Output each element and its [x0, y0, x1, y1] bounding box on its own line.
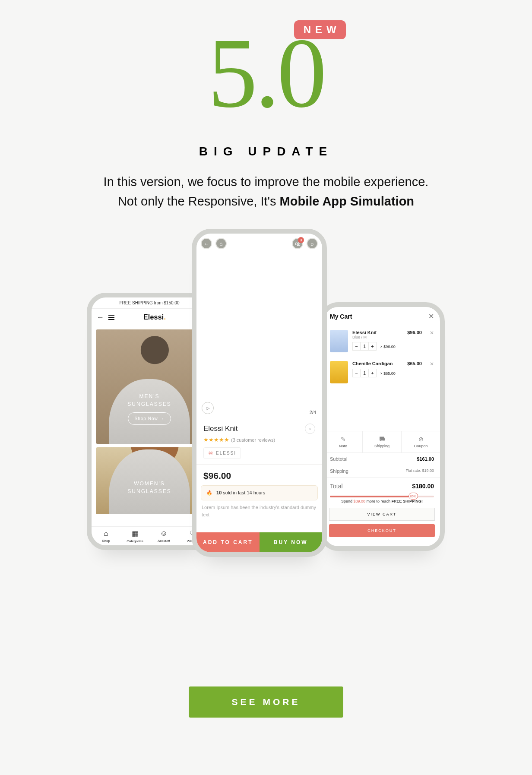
- line-price: $65.00: [407, 361, 422, 366]
- qty-plus[interactable]: +: [368, 369, 376, 377]
- product-price: $96.00: [203, 471, 315, 481]
- subtotal-value: $161.00: [417, 456, 434, 462]
- remove-icon[interactable]: ✕: [430, 361, 434, 367]
- fire-icon: 🔥: [206, 490, 212, 495]
- checkout-button[interactable]: CHECKOUT: [329, 524, 435, 537]
- cart-icon[interactable]: 🛍3: [292, 238, 303, 249]
- play-icon[interactable]: ▷: [202, 402, 214, 414]
- menu-icon[interactable]: [108, 315, 114, 320]
- cart-item-name[interactable]: Chenille Cardigan: [352, 361, 403, 366]
- truck-icon: ⛟: [363, 436, 401, 443]
- phone-cart: My Cart ✕ Elessi Knit Blue / M − 1 + × $…: [319, 302, 445, 551]
- chevron-left-icon[interactable]: ‹: [305, 424, 315, 434]
- brand-logo[interactable]: Elessi.: [114, 313, 195, 321]
- promo-title-2: SUNGLASSES: [127, 400, 171, 408]
- line-price: $96.00: [407, 330, 422, 335]
- free-shipping-message: Spend $39.00 more to reach FREE SHIPPING…: [330, 499, 434, 503]
- cart-item-thumb[interactable]: [330, 330, 348, 352]
- phone-product: ← ⌂ 🛍3 ⌕ ▷ 2/4 Elessi Knit ‹ ★★★★★(3 cus…: [192, 229, 327, 557]
- cart-options: ✎Note ⛟Shipping ⊘Coupon: [324, 431, 440, 453]
- brand-pill[interactable]: ♾ ELESSI: [203, 447, 241, 459]
- store-icon[interactable]: ⌂: [215, 238, 227, 249]
- rating-stars[interactable]: ★★★★★(3 customer reviews): [203, 437, 315, 443]
- total-value: $180.00: [412, 483, 434, 490]
- option-shipping[interactable]: ⛟Shipping: [363, 431, 402, 452]
- home-icon: ⌂: [92, 529, 120, 538]
- promo-card-women[interactable]: WOMEN'S SUNGLASSES: [96, 447, 203, 514]
- total-label: Total: [330, 483, 343, 490]
- cart-item-thumb[interactable]: [330, 361, 348, 383]
- close-icon[interactable]: ✕: [428, 312, 434, 320]
- brand-mark-icon: ♾: [208, 450, 214, 456]
- qty-plus[interactable]: +: [368, 342, 376, 350]
- option-coupon[interactable]: ⊘Coupon: [402, 431, 440, 452]
- cart-item: Chenille Cardigan − 1 + × $65.00 $65.00 …: [324, 357, 440, 388]
- progress-percent: 80%: [408, 493, 418, 500]
- buy-now-button[interactable]: BUY NOW: [260, 532, 323, 552]
- search-icon[interactable]: ⌕: [307, 238, 318, 249]
- reviews-count: (3 customer reviews): [231, 437, 275, 443]
- shipping-value: Flat rate: $19.00: [405, 468, 434, 474]
- qty-minus[interactable]: −: [353, 342, 361, 350]
- note-icon: ✎: [324, 436, 362, 443]
- grid-icon: ▦: [120, 529, 149, 538]
- cart-item: Elessi Knit Blue / M − 1 + × $96.00 $96.…: [324, 326, 440, 357]
- cart-item-name[interactable]: Elessi Knit: [352, 330, 403, 335]
- quantity-stepper: − 1 +: [352, 369, 377, 377]
- sold-banner: 🔥 10 sold in last 14 hours: [201, 485, 318, 500]
- tab-shop[interactable]: ⌂Shop: [92, 527, 120, 545]
- promo-strip: FREE SHIPPING from $150.00: [92, 297, 207, 309]
- product-description: Lorem Ipsum has been the industry's stan…: [202, 504, 317, 518]
- shop-now-button[interactable]: Shop Now →: [128, 412, 171, 425]
- promo2-title-1: WOMEN'S: [127, 480, 171, 487]
- view-cart-button[interactable]: VIEW CART: [329, 508, 435, 521]
- qty-minus[interactable]: −: [353, 369, 361, 377]
- back-icon[interactable]: ←: [97, 313, 104, 322]
- promo2-title-2: SUNGLASSES: [127, 487, 171, 495]
- remove-icon[interactable]: ✕: [430, 330, 434, 336]
- cart-count: 3: [298, 237, 304, 243]
- unit-price: × $65.00: [380, 371, 396, 376]
- qty-value: 1: [361, 342, 368, 350]
- tab-account[interactable]: ☺Account: [149, 527, 178, 545]
- option-note[interactable]: ✎Note: [324, 431, 363, 452]
- cart-item-variant: Blue / M: [352, 335, 403, 339]
- user-icon: ☺: [149, 529, 178, 538]
- image-pager: 2/4: [310, 410, 316, 415]
- product-image[interactable]: ▷ 2/4: [196, 234, 322, 419]
- free-shipping-progress: 80%: [330, 496, 434, 497]
- add-to-cart-button[interactable]: ADD TO CART: [196, 532, 260, 552]
- see-more-button[interactable]: SEE MORE: [189, 686, 344, 718]
- tag-icon: ⊘: [402, 436, 440, 443]
- unit-price: × $96.00: [380, 345, 396, 349]
- tabbar: ⌂Shop ▦Categories ☺Account ♡Wishlist: [92, 526, 207, 545]
- promo-title-1: MEN'S: [127, 392, 171, 400]
- subtotal-label: Subtotal: [330, 456, 347, 462]
- back-icon[interactable]: ←: [201, 238, 212, 249]
- product-title: Elessi Knit: [203, 424, 315, 433]
- cart-title: My Cart: [330, 313, 352, 320]
- qty-value: 1: [361, 369, 368, 377]
- tab-categories[interactable]: ▦Categories: [120, 527, 149, 545]
- quantity-stepper: − 1 +: [352, 342, 377, 351]
- promo-card-men[interactable]: MEN'S SUNGLASSES Shop Now →: [96, 329, 203, 444]
- shipping-label: Shipping: [330, 468, 348, 474]
